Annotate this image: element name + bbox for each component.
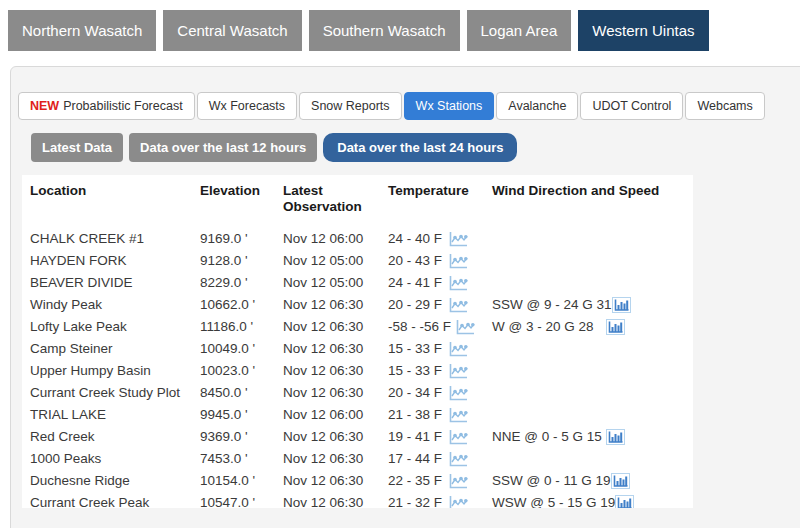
station-temperature: -58 - -56 F: [388, 319, 451, 335]
station-name: TRIAL LAKE: [30, 407, 200, 423]
station-wind: SSW @ 0 - 11 G 19: [492, 473, 611, 489]
station-observation: Nov 12 06:30: [283, 363, 388, 379]
temperature-line-chart-icon[interactable]: [448, 275, 468, 292]
station-row: Currant Creek Peak 10547.0 ' Nov 12 06:3…: [30, 492, 693, 508]
station-row: Currant Creek Study Plot 8450.0 ' Nov 12…: [30, 382, 693, 404]
header-elevation: Elevation: [200, 183, 283, 199]
station-row: Windy Peak 10662.0 ' Nov 12 06:30 20 - 2…: [30, 294, 693, 316]
station-temperature: 22 - 35 F: [388, 473, 444, 489]
station-elevation: 10154.0 ': [200, 473, 283, 489]
region-tab[interactable]: Logan Area: [467, 10, 572, 51]
station-observation: Nov 12 06:30: [283, 297, 388, 313]
temperature-line-chart-icon[interactable]: [448, 407, 468, 424]
wind-bar-chart-icon[interactable]: [611, 473, 630, 489]
station-row: 1000 Peaks 7453.0 ' Nov 12 06:30 17 - 44…: [30, 448, 693, 470]
wind-bar-chart-icon[interactable]: [606, 429, 625, 445]
station-name: Red Creek: [30, 429, 200, 445]
temperature-line-chart-icon[interactable]: [448, 363, 468, 380]
new-badge: NEW: [30, 99, 59, 113]
station-name: Duchesne Ridge: [30, 473, 200, 489]
station-elevation: 10662.0 ': [200, 297, 283, 313]
station-name: BEAVER DIVIDE: [30, 275, 200, 291]
region-tab[interactable]: Northern Wasatch: [8, 10, 156, 51]
station-elevation: 7453.0 ': [200, 451, 283, 467]
temperature-line-chart-icon[interactable]: [448, 341, 468, 358]
station-elevation: 10049.0 ': [200, 341, 283, 357]
data-range-button-label: Data over the last 12 hours: [140, 140, 306, 155]
section-tab-label: Wx Forecasts: [209, 99, 285, 113]
station-temperature: 24 - 41 F: [388, 275, 444, 291]
station-elevation: 11186.0 ': [200, 319, 283, 335]
station-temperature: 15 - 33 F: [388, 363, 444, 379]
region-tab[interactable]: Central Wasatch: [163, 10, 301, 51]
station-temperature: 19 - 41 F: [388, 429, 444, 445]
data-range-button[interactable]: Data over the last 24 hours: [323, 133, 517, 162]
station-temperature: 21 - 32 F: [388, 495, 444, 508]
section-tab[interactable]: Wx Forecasts: [197, 92, 297, 120]
station-observation: Nov 12 06:30: [283, 429, 388, 445]
station-temperature: 24 - 40 F: [388, 231, 444, 247]
station-row: Lofty Lake Peak 11186.0 ' Nov 12 06:30 -…: [30, 316, 693, 338]
region-tab[interactable]: Southern Wasatch: [309, 10, 460, 51]
station-observation: Nov 12 06:30: [283, 495, 388, 508]
station-name: Currant Creek Peak: [30, 495, 200, 508]
region-tab[interactable]: Western Uintas: [578, 10, 708, 51]
temperature-line-chart-icon[interactable]: [448, 495, 468, 509]
temperature-line-chart-icon[interactable]: [448, 429, 468, 446]
station-observation: Nov 12 05:00: [283, 275, 388, 291]
station-observation: Nov 12 05:00: [283, 253, 388, 269]
station-elevation: 9169.0 ': [200, 231, 283, 247]
header-observation: Latest Observation: [283, 183, 388, 215]
station-temperature: 20 - 34 F: [388, 385, 444, 401]
table-header-row: Location Elevation Latest Observation Te…: [30, 183, 693, 223]
wind-bar-chart-icon[interactable]: [606, 319, 625, 335]
section-tab-bar: NEWProbabilistic Forecast Wx Forecasts S…: [18, 92, 800, 120]
station-wind: SSW @ 9 - 24 G 31: [492, 297, 612, 313]
station-temperature: 20 - 43 F: [388, 253, 444, 269]
temperature-line-chart-icon[interactable]: [448, 385, 468, 402]
temperature-line-chart-icon[interactable]: [448, 297, 468, 314]
station-wind: WSW @ 5 - 15 G 19: [492, 495, 615, 508]
station-elevation: 8229.0 ': [200, 275, 283, 291]
station-elevation: 8450.0 ': [200, 385, 283, 401]
temperature-line-chart-icon[interactable]: [455, 319, 475, 336]
region-tab-label: Logan Area: [481, 22, 558, 39]
station-row: CHALK CREEK #1 9169.0 ' Nov 12 06:00 24 …: [30, 228, 693, 250]
station-row: Duchesne Ridge 10154.0 ' Nov 12 06:30 22…: [30, 470, 693, 492]
temperature-line-chart-icon[interactable]: [448, 231, 468, 248]
station-elevation: 10023.0 ': [200, 363, 283, 379]
station-row: HAYDEN FORK 9128.0 ' Nov 12 05:00 20 - 4…: [30, 250, 693, 272]
data-range-button[interactable]: Data over the last 12 hours: [129, 133, 317, 162]
temperature-line-chart-icon[interactable]: [448, 253, 468, 270]
wind-bar-chart-icon[interactable]: [615, 495, 634, 508]
station-name: Lofty Lake Peak: [30, 319, 200, 335]
station-name: Windy Peak: [30, 297, 200, 313]
temperature-line-chart-icon[interactable]: [448, 451, 468, 468]
section-tab-label: Wx Stations: [416, 99, 483, 113]
temperature-line-chart-icon[interactable]: [448, 473, 468, 490]
section-tab-label: Probabilistic Forecast: [63, 99, 183, 113]
section-tab-label: Avalanche: [508, 99, 566, 113]
station-observation: Nov 12 06:30: [283, 385, 388, 401]
region-tab-label: Northern Wasatch: [22, 22, 142, 39]
section-tab[interactable]: Webcams: [685, 92, 764, 120]
header-temperature: Temperature: [388, 183, 492, 199]
section-tab[interactable]: Wx Stations: [404, 92, 495, 120]
station-row: Upper Humpy Basin 10023.0 ' Nov 12 06:30…: [30, 360, 693, 382]
section-tab[interactable]: UDOT Control: [580, 92, 683, 120]
station-row: BEAVER DIVIDE 8229.0 ' Nov 12 05:00 24 -…: [30, 272, 693, 294]
region-tab-label: Southern Wasatch: [323, 22, 446, 39]
station-name: Currant Creek Study Plot: [30, 385, 200, 401]
section-tab[interactable]: Snow Reports: [299, 92, 402, 120]
station-observation: Nov 12 06:30: [283, 473, 388, 489]
section-tab-label: Webcams: [697, 99, 752, 113]
data-range-button-label: Data over the last 24 hours: [337, 140, 503, 155]
section-tab[interactable]: NEWProbabilistic Forecast: [18, 92, 195, 120]
station-elevation: 10547.0 ': [200, 495, 283, 508]
wind-bar-chart-icon[interactable]: [612, 297, 631, 313]
section-tab[interactable]: Avalanche: [496, 92, 578, 120]
station-observation: Nov 12 06:30: [283, 319, 388, 335]
region-tab-bar: Northern Wasatch Central Wasatch Souther…: [8, 10, 709, 51]
station-name: CHALK CREEK #1: [30, 231, 200, 247]
data-range-button[interactable]: Latest Data: [31, 133, 123, 162]
